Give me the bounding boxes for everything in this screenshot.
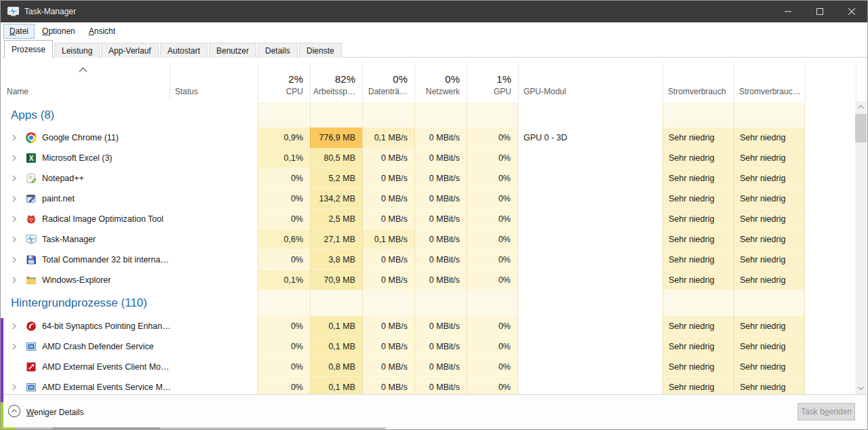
cell-power: Sehr niedrig bbox=[663, 377, 734, 394]
footer-bar: Weniger Details Task beenden bbox=[1, 394, 868, 430]
minimize-button[interactable] bbox=[772, 1, 804, 22]
expand-chevron-icon[interactable] bbox=[7, 343, 22, 350]
tab-details[interactable]: Details bbox=[258, 43, 298, 58]
column-separator[interactable] bbox=[170, 63, 170, 101]
menu-item-datei[interactable]: Datei bbox=[3, 24, 35, 39]
cell-mem: 2,5 MB bbox=[310, 209, 362, 229]
expand-chevron-icon[interactable] bbox=[7, 216, 22, 222]
column-header-gpumod[interactable]: GPU-Modul bbox=[518, 62, 663, 101]
process-name: Microsoft Excel (3) bbox=[42, 153, 113, 163]
process-row[interactable]: Radical Image Optimization Tool0%2,5 MB0… bbox=[1, 209, 856, 229]
cell-gpu-module bbox=[518, 336, 663, 357]
column-separator[interactable] bbox=[362, 63, 363, 101]
column-header-power[interactable]: Stromverbrauch bbox=[663, 62, 734, 101]
group-heatmap-cell bbox=[663, 290, 734, 316]
end-task-button[interactable]: Task beenden bbox=[797, 403, 855, 421]
tab-app-verlauf[interactable]: App-Verlauf bbox=[101, 43, 159, 58]
column-separator[interactable] bbox=[518, 63, 519, 101]
expand-chevron-icon[interactable] bbox=[7, 195, 22, 202]
process-row[interactable]: paint.net0%134,2 MB0 MB/s0 MBit/s0%Sehr … bbox=[1, 189, 856, 209]
tab-prozesse[interactable]: Prozesse bbox=[4, 40, 53, 58]
tab-benutzer[interactable]: Benutzer bbox=[209, 43, 256, 58]
menu-item-optionen[interactable]: Optionen bbox=[36, 24, 81, 39]
expand-chevron-icon[interactable] bbox=[7, 236, 22, 243]
column-separator[interactable] bbox=[467, 63, 467, 101]
scroll-up-icon[interactable] bbox=[855, 101, 867, 113]
cell-power2: Sehr niedrig bbox=[734, 209, 805, 229]
process-name-cell: Notepad++ bbox=[1, 168, 170, 189]
process-row[interactable]: AMD Crash Defender Service0%0,1 MB0 MB/s… bbox=[1, 336, 856, 357]
maximize-button[interactable] bbox=[804, 1, 835, 22]
column-header-name[interactable]: Name bbox=[1, 62, 170, 101]
scrollbar-thumb[interactable] bbox=[855, 114, 867, 142]
cell-power2: Sehr niedrig bbox=[734, 357, 805, 377]
process-name-cell: Task-Manager bbox=[1, 229, 170, 250]
cell-gpu: 0% bbox=[467, 377, 518, 394]
explorer-icon bbox=[26, 275, 37, 286]
scroll-down-icon[interactable] bbox=[855, 383, 867, 394]
cell-cpu: 0% bbox=[258, 377, 310, 394]
excel-icon: X bbox=[26, 153, 37, 163]
column-header-mem[interactable]: 82%Arbeitssp… bbox=[310, 62, 362, 101]
column-separator[interactable] bbox=[414, 63, 415, 101]
riot-icon bbox=[26, 214, 37, 224]
column-separator[interactable] bbox=[805, 63, 806, 101]
cell-mem: 70,9 MB bbox=[310, 270, 362, 290]
process-row[interactable]: Windows-Explorer0,1%70,9 MB0 MB/s0 MBit/… bbox=[1, 270, 856, 290]
process-row[interactable]: AMD External Events Service M…0%0,1 MB0 … bbox=[1, 377, 856, 394]
process-name: Google Chrome (11) bbox=[42, 133, 119, 142]
amd-blue-icon bbox=[26, 341, 37, 352]
column-separator[interactable] bbox=[663, 63, 663, 101]
group-header-row[interactable]: Apps (8) bbox=[1, 102, 856, 128]
process-row[interactable]: Total Commander 32 bit interna…0%3,8 MB0… bbox=[1, 250, 856, 270]
close-button[interactable] bbox=[835, 1, 867, 22]
process-name: Radical Image Optimization Tool bbox=[42, 214, 163, 224]
expand-chevron-icon[interactable] bbox=[7, 277, 22, 284]
cell-power: Sehr niedrig bbox=[663, 336, 734, 357]
desktop-bleed-left-purple bbox=[1, 318, 3, 402]
tab-autostart[interactable]: Autostart bbox=[160, 43, 208, 58]
group-heatmap-cell bbox=[258, 290, 310, 316]
expand-chevron-icon[interactable] bbox=[7, 323, 22, 330]
column-header-cpu[interactable]: 2%CPU bbox=[258, 62, 310, 101]
cell-power2: Sehr niedrig bbox=[734, 189, 805, 209]
cell-disk: 0 MB/s bbox=[362, 377, 414, 394]
process-row[interactable]: AMD External Events Client Mo…0%0,8 MB0 … bbox=[1, 357, 856, 377]
title-bar[interactable]: Task-Manager bbox=[1, 1, 867, 22]
expand-chevron-icon[interactable] bbox=[7, 256, 22, 263]
column-separator[interactable] bbox=[258, 63, 258, 101]
menu-item-ansicht[interactable]: Ansicht bbox=[83, 24, 121, 39]
group-header-row[interactable]: Hintergrundprozesse (110) bbox=[1, 290, 856, 316]
vertical-scrollbar[interactable] bbox=[855, 101, 867, 394]
less-details-button[interactable]: Weniger Details bbox=[7, 404, 83, 420]
column-header-disk[interactable]: 0%Datenträ… bbox=[362, 62, 414, 101]
cell-cpu: 0,6% bbox=[258, 229, 310, 250]
tab-leistung[interactable]: Leistung bbox=[54, 43, 100, 58]
process-row[interactable]: Task-Manager0,6%27,1 MB0,1 MB/s0 MBit/s0… bbox=[1, 229, 856, 250]
process-row[interactable]: Google Chrome (11)0,9%776,9 MB0,1 MB/s0 … bbox=[1, 128, 856, 148]
column-header-gpu[interactable]: 1%GPU bbox=[467, 62, 518, 101]
expand-chevron-icon[interactable] bbox=[7, 134, 22, 141]
process-row[interactable]: 64-bit Synaptics Pointing Enhan…0%0,1 MB… bbox=[1, 316, 856, 336]
column-separator[interactable] bbox=[856, 63, 856, 101]
cell-power2: Sehr niedrig bbox=[734, 229, 805, 250]
cell-net: 0 MBit/s bbox=[414, 148, 467, 168]
cell-power: Sehr niedrig bbox=[663, 209, 734, 229]
taskmgr-icon bbox=[26, 234, 37, 245]
process-row[interactable]: Notepad++0%5,2 MB0 MB/s0 MBit/s0%Sehr ni… bbox=[1, 168, 856, 189]
column-header-net[interactable]: 0%Netzwerk bbox=[414, 62, 467, 101]
desktop-bleed-bottom-gray2 bbox=[53, 427, 160, 430]
menu-bar: DateiOptionenAnsicht bbox=[1, 22, 868, 40]
expand-chevron-icon[interactable] bbox=[7, 384, 22, 391]
process-row[interactable]: XMicrosoft Excel (3)0,1%80,5 MB0 MB/s0 M… bbox=[1, 148, 856, 168]
expand-chevron-icon[interactable] bbox=[7, 155, 22, 161]
column-header-status[interactable]: Status bbox=[170, 62, 258, 101]
column-header-power2[interactable]: Stromverbrauc… bbox=[734, 62, 805, 101]
tab-dienste[interactable]: Dienste bbox=[299, 43, 342, 58]
cell-power2: Sehr niedrig bbox=[734, 168, 805, 189]
column-separator[interactable] bbox=[734, 63, 734, 101]
column-separator[interactable] bbox=[310, 63, 311, 101]
cell-gpu-module bbox=[518, 357, 663, 377]
expand-chevron-icon[interactable] bbox=[7, 175, 22, 182]
cell-gpu: 0% bbox=[467, 168, 518, 189]
